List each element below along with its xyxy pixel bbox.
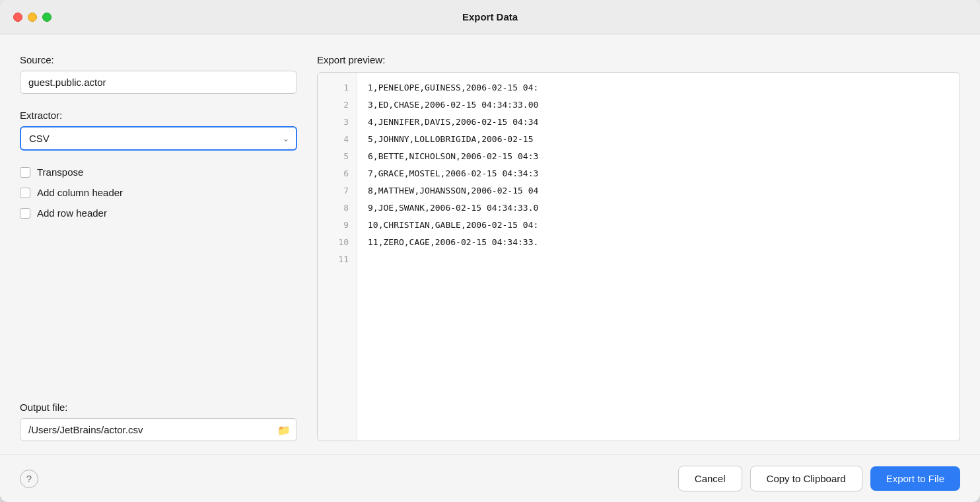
transpose-row: Transpose	[20, 166, 297, 178]
checkboxes-section: Transpose Add column header Add row head…	[20, 166, 297, 219]
preview-line: 9,JOE,SWANK,2006-02-15 04:34:33.0	[368, 199, 960, 217]
help-button[interactable]: ?	[20, 470, 38, 488]
cancel-button[interactable]: Cancel	[678, 466, 742, 491]
extractor-label: Extractor:	[20, 110, 297, 121]
content-area: Source: Extractor: CSV TSV JSON XML SQL …	[0, 34, 980, 454]
preview-label: Export preview:	[317, 54, 960, 65]
line-number: 7	[343, 182, 357, 199]
preview-line: 5,JOHNNY,LOLLOBRIGIDA,2006-02-15	[368, 131, 960, 148]
preview-area: 1234567891011 1,PENELOPE,GUINESS,2006-02…	[317, 72, 960, 441]
copy-to-clipboard-button[interactable]: Copy to Clipboard	[750, 466, 862, 491]
source-section: Source:	[20, 54, 297, 94]
preview-line: 11,ZERO,CAGE,2006-02-15 04:34:33.	[368, 234, 960, 251]
line-number: 9	[343, 217, 357, 234]
left-panel: Source: Extractor: CSV TSV JSON XML SQL …	[20, 54, 297, 441]
add-row-header-label: Add row header	[37, 207, 107, 219]
preview-content: 1,PENELOPE,GUINESS,2006-02-15 04:3,ED,CH…	[357, 73, 960, 441]
preview-line: 8,MATTHEW,JOHANSSON,2006-02-15 04	[368, 182, 960, 199]
preview-line: 7,GRACE,MOSTEL,2006-02-15 04:34:3	[368, 165, 960, 182]
line-number: 5	[343, 148, 357, 165]
line-number: 6	[343, 165, 357, 182]
line-number: 1	[343, 79, 357, 96]
minimize-button[interactable]	[28, 13, 37, 22]
close-button[interactable]	[13, 13, 22, 22]
preview-line: 1,PENELOPE,GUINESS,2006-02-15 04:	[368, 79, 960, 96]
add-column-header-label: Add column header	[37, 187, 123, 198]
line-number: 11	[338, 251, 357, 268]
preview-line: 4,JENNIFER,DAVIS,2006-02-15 04:34	[368, 114, 960, 131]
extractor-section: Extractor: CSV TSV JSON XML SQL INSERT ⌄	[20, 110, 297, 151]
window-title: Export Data	[462, 11, 518, 22]
footer-left: ?	[20, 470, 38, 488]
export-dialog: Export Data Source: Extractor: CSV TSV J…	[0, 0, 980, 502]
traffic-lights	[13, 13, 52, 22]
preview-line: 3,ED,CHASE,2006-02-15 04:34:33.00	[368, 96, 960, 114]
title-bar: Export Data	[0, 0, 980, 34]
right-panel: Export preview: 1234567891011 1,PENELOPE…	[317, 54, 960, 441]
output-file-wrapper: 📁	[20, 418, 297, 441]
add-row-header-checkbox[interactable]	[20, 208, 30, 219]
add-column-header-checkbox[interactable]	[20, 188, 30, 198]
preview-line: 10,CHRISTIAN,GABLE,2006-02-15 04:	[368, 217, 960, 234]
line-numbers: 1234567891011	[318, 73, 357, 441]
line-number: 2	[343, 96, 357, 114]
line-number: 10	[338, 234, 357, 251]
extractor-wrapper: CSV TSV JSON XML SQL INSERT ⌄	[20, 126, 297, 151]
source-input[interactable]	[20, 71, 297, 94]
line-number: 4	[343, 131, 357, 148]
add-row-header-row: Add row header	[20, 207, 297, 219]
output-section: Output file: 📁	[20, 402, 297, 441]
line-number: 8	[343, 199, 357, 217]
output-file-input[interactable]	[20, 418, 297, 441]
footer: ? Cancel Copy to Clipboard Export to Fil…	[0, 454, 980, 502]
add-column-header-row: Add column header	[20, 187, 297, 198]
line-number: 3	[343, 114, 357, 131]
source-label: Source:	[20, 54, 297, 65]
preview-line	[368, 251, 960, 268]
preview-line: 6,BETTE,NICHOLSON,2006-02-15 04:3	[368, 148, 960, 165]
folder-icon[interactable]: 📁	[277, 423, 291, 436]
transpose-checkbox[interactable]	[20, 167, 30, 178]
maximize-button[interactable]	[42, 13, 52, 22]
output-file-label: Output file:	[20, 402, 297, 413]
extractor-select[interactable]: CSV TSV JSON XML SQL INSERT	[20, 126, 297, 151]
transpose-label: Transpose	[37, 166, 83, 178]
footer-right: Cancel Copy to Clipboard Export to File	[678, 466, 960, 491]
export-to-file-button[interactable]: Export to File	[870, 466, 960, 491]
